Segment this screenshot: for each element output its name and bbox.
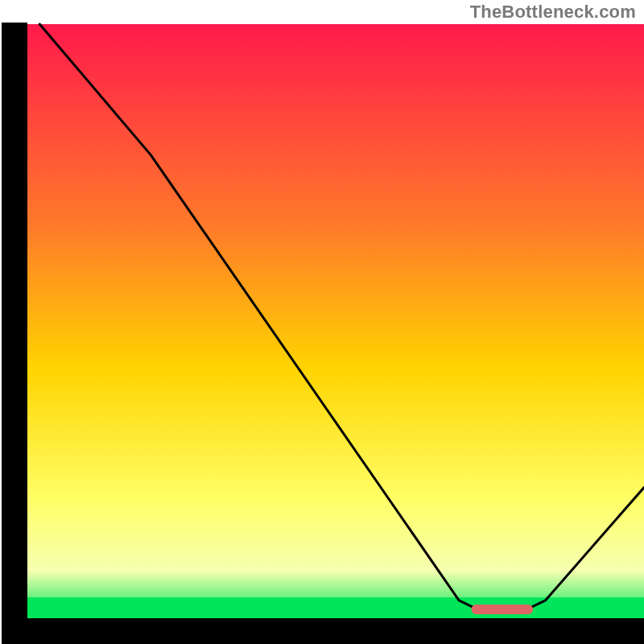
watermark-text: TheBottleneck.com (470, 2, 636, 23)
chart-container: TheBottleneck.com (0, 0, 644, 644)
bottleneck-chart (0, 0, 644, 644)
x-axis-bar (2, 618, 644, 644)
y-axis-bar (2, 23, 27, 644)
optimum-marker (472, 605, 534, 614)
plot-gradient (27, 24, 644, 618)
green-band (27, 597, 644, 618)
